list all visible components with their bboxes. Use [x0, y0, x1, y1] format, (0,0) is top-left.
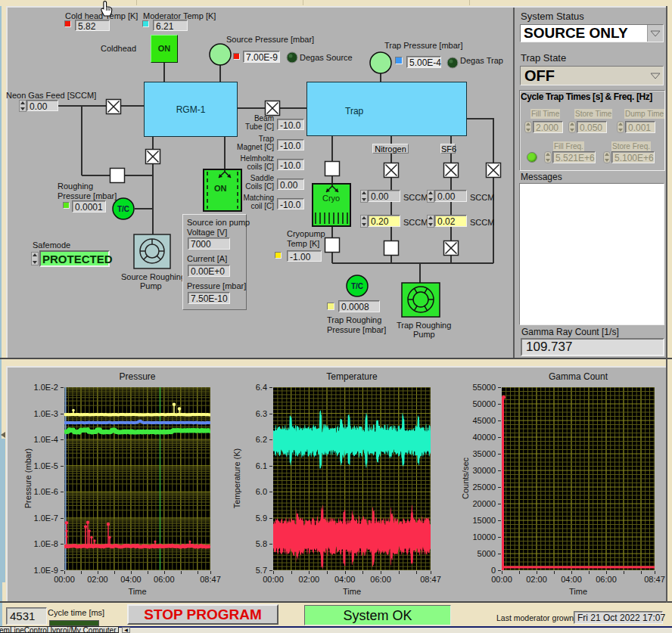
svg-text:T/C: T/C	[351, 282, 363, 290]
svg-text:T/C: T/C	[117, 205, 129, 213]
